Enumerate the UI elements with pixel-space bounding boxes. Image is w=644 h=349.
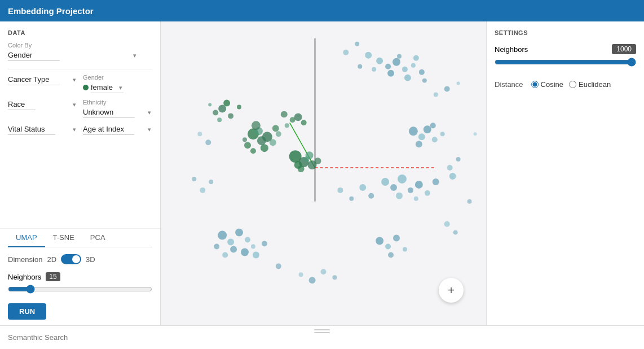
euclidean-radio[interactable]: [569, 81, 576, 88]
svg-point-85: [385, 244, 391, 250]
plus-button[interactable]: +: [439, 278, 464, 303]
settings-neighbors-label: Neighbors: [495, 45, 528, 54]
settings-neighbors-slider[interactable]: [495, 58, 636, 67]
svg-point-70: [235, 229, 243, 237]
svg-point-100: [285, 123, 289, 128]
tabs-section: UMAP T-SNE PCA Dimension 2D 3D Neighbors…: [0, 228, 160, 325]
distance-label: Distance: [495, 80, 523, 89]
svg-point-65: [425, 190, 430, 196]
svg-point-67: [414, 197, 418, 201]
filter-row-1: Cancer Type Gender female male: [8, 74, 152, 93]
svg-point-58: [449, 173, 456, 180]
dimension-row: Dimension 2D 3D: [8, 254, 152, 264]
svg-point-97: [368, 193, 374, 199]
color-by-select[interactable]: Gender Cancer Type Race Vital Status: [8, 50, 60, 61]
divider-1: [8, 69, 152, 69]
svg-point-62: [408, 187, 413, 193]
svg-point-83: [332, 275, 337, 280]
color-by-select-container[interactable]: Gender Cancer Type Race Vital Status: [8, 50, 138, 61]
cancer-type-select-container[interactable]: Cancer Type: [8, 74, 77, 85]
svg-point-46: [434, 93, 438, 97]
cosine-option[interactable]: Cosine: [531, 80, 563, 89]
svg-point-16: [270, 139, 276, 146]
svg-point-54: [440, 132, 445, 136]
svg-point-33: [392, 58, 400, 66]
svg-point-80: [299, 272, 303, 277]
svg-point-102: [301, 120, 307, 125]
ethnicity-group: Ethnicity Unknown Hispanic Not Hispanic: [83, 99, 152, 118]
ethnicity-select[interactable]: Unknown Hispanic Not Hispanic: [83, 107, 135, 118]
svg-point-7: [213, 110, 218, 115]
svg-point-105: [474, 132, 477, 136]
svg-point-30: [376, 58, 383, 64]
svg-point-5: [217, 117, 222, 122]
left-panel: DATA Color By Gender Cancer Type Race Vi…: [0, 21, 161, 325]
tab-pca[interactable]: PCA: [82, 229, 113, 247]
svg-point-50: [418, 133, 425, 140]
svg-point-84: [376, 237, 383, 245]
svg-point-59: [381, 178, 389, 186]
svg-point-66: [433, 178, 439, 185]
handle-line-2: [314, 332, 330, 333]
svg-point-103: [197, 132, 202, 136]
svg-point-48: [457, 82, 460, 85]
svg-point-53: [416, 141, 422, 147]
svg-point-88: [388, 252, 394, 258]
dimension-label: Dimension: [8, 255, 42, 264]
age-select-container[interactable]: Age at Index: [83, 124, 152, 135]
settings-neighbors-row: Neighbors 1000: [495, 44, 636, 54]
cosine-label: Cosine: [541, 80, 563, 89]
race-select[interactable]: Race: [8, 99, 36, 110]
run-button[interactable]: RUN: [8, 303, 46, 320]
svg-point-74: [241, 248, 249, 256]
filter-row-2: Race Ethnicity Unknown Hispanic Not Hisp…: [8, 99, 152, 118]
svg-point-36: [411, 63, 416, 68]
data-section: DATA Color By Gender Cancer Type Race Vi…: [0, 21, 160, 228]
settings-neighbors-badge: 1000: [612, 44, 636, 54]
svg-point-17: [242, 137, 247, 142]
vital-status-select-container[interactable]: Vital Status: [8, 124, 77, 135]
svg-point-81: [309, 277, 316, 283]
semantic-search-input[interactable]: [8, 333, 177, 342]
svg-point-104: [205, 139, 211, 145]
age-at-index-group: Age at Index: [83, 124, 152, 135]
svg-point-55: [430, 123, 436, 128]
cosine-radio[interactable]: [531, 81, 539, 88]
svg-point-41: [422, 78, 427, 83]
svg-point-90: [453, 230, 458, 235]
svg-point-61: [398, 174, 407, 184]
svg-point-69: [227, 239, 234, 246]
neighbors-section: Neighbors 15: [8, 272, 152, 295]
neighbors-badge: 15: [46, 272, 60, 281]
dimension-toggle[interactable]: [61, 254, 81, 264]
filter-row-3: Vital Status Age at Index: [8, 124, 152, 135]
svg-point-40: [413, 55, 419, 61]
female-dot: [83, 85, 89, 90]
vital-status-select[interactable]: Vital Status: [8, 124, 55, 135]
gender-value-select-container[interactable]: female male: [91, 82, 123, 93]
color-by-row: Color By Gender Cancer Type Race Vital S…: [8, 42, 152, 61]
svg-point-78: [262, 241, 267, 247]
euclidean-option[interactable]: Euclidean: [569, 80, 611, 89]
distance-row: Distance Cosine Euclidean: [495, 80, 636, 89]
svg-point-89: [444, 221, 450, 227]
neighbors-slider[interactable]: [8, 285, 152, 294]
svg-point-20: [252, 121, 261, 130]
svg-point-92: [200, 187, 205, 193]
ethnicity-select-container[interactable]: Unknown Hispanic Not Hispanic: [83, 107, 152, 118]
svg-point-57: [456, 157, 461, 162]
cancer-type-select[interactable]: Cancer Type: [8, 74, 60, 85]
gender-group: Gender female male: [83, 74, 152, 93]
age-select[interactable]: Age at Index: [83, 124, 134, 135]
svg-point-28: [294, 161, 302, 169]
svg-point-15: [250, 148, 256, 154]
svg-point-42: [343, 50, 349, 55]
svg-point-79: [276, 263, 281, 269]
race-select-container[interactable]: Race: [8, 99, 77, 110]
gender-value-select[interactable]: female male: [91, 82, 123, 93]
tab-tsne[interactable]: T-SNE: [45, 229, 82, 247]
data-section-title: DATA: [8, 29, 152, 36]
svg-point-19: [276, 131, 281, 137]
svg-point-43: [355, 42, 359, 46]
tab-umap[interactable]: UMAP: [8, 229, 45, 247]
